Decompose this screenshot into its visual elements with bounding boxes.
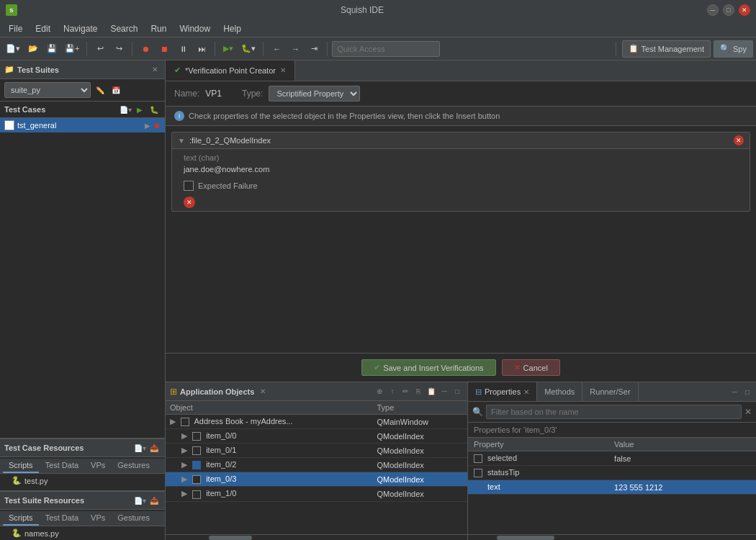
minimize-btn[interactable]: ─ xyxy=(707,4,719,16)
tab-testdata[interactable]: Test Data xyxy=(40,459,84,473)
tsr-tab-vps[interactable]: VPs xyxy=(85,511,111,526)
expand-icon[interactable]: ▶ xyxy=(170,417,176,426)
expand-icon[interactable]: ▶ xyxy=(181,489,187,498)
run-btn[interactable]: ▶▾ xyxy=(220,40,237,58)
vp-error-btn[interactable]: ✕ xyxy=(184,197,195,208)
app-obj-action3[interactable]: ✏ xyxy=(400,386,411,397)
menu-edit[interactable]: Edit xyxy=(30,22,56,35)
run-tc-btn[interactable]: ▶ xyxy=(133,103,146,116)
prop-tab-properties[interactable]: ⊟ Properties ✕ xyxy=(468,382,537,401)
prop-filter-clear[interactable]: ✕ xyxy=(744,407,752,417)
prop-maximize[interactable]: □ xyxy=(742,386,753,397)
stop-btn[interactable]: ⏹ xyxy=(156,40,173,58)
expected-failure-checkbox[interactable] xyxy=(184,181,194,191)
app-objects-table-area[interactable]: Object Type ▶ Address Book - myAddres. xyxy=(166,401,467,534)
test-mgmt-btn[interactable]: 📋 Test Management xyxy=(622,40,711,58)
pause-btn[interactable]: ⏸ xyxy=(174,40,192,58)
obj-checkbox[interactable] xyxy=(181,418,189,426)
suite-dropdown[interactable]: suite_py xyxy=(4,82,91,98)
save-all-btn[interactable]: 💾+ xyxy=(62,40,82,58)
app-obj-hscroll[interactable] xyxy=(166,534,467,540)
step-btn[interactable]: ⏭ xyxy=(193,40,210,58)
table-row[interactable]: ▶ item_0/1 QModelIndex xyxy=(166,444,467,458)
tsr-tab-gestures[interactable]: Gestures xyxy=(112,511,156,526)
prop-row-selected[interactable]: text 123 555 1212 xyxy=(468,480,756,495)
maximize-btn[interactable]: □ xyxy=(723,4,734,16)
prop-minimize[interactable]: ─ xyxy=(729,386,740,397)
prop-checkbox-blue[interactable] xyxy=(474,483,482,492)
close-btn[interactable]: ✕ xyxy=(739,4,750,16)
edit-suite-btn[interactable]: ✏️ xyxy=(94,84,107,96)
test-case-item[interactable]: tst_general ▶ ⏹ xyxy=(0,118,165,132)
tc-checkbox[interactable] xyxy=(4,120,14,130)
expand-icon[interactable]: ▶ xyxy=(181,474,187,483)
prop-checkbox[interactable] xyxy=(474,469,482,477)
redo-btn[interactable]: ↪ xyxy=(110,40,127,58)
nav-last-btn[interactable]: ⇥ xyxy=(305,40,323,58)
menu-run[interactable]: Run xyxy=(145,22,172,35)
add-tc-btn[interactable]: 📄▾ xyxy=(119,103,132,116)
record-btn[interactable]: ⏺ xyxy=(137,40,154,58)
app-obj-maximize[interactable]: □ xyxy=(451,386,463,397)
prop-tab-runner[interactable]: Runner/Ser xyxy=(582,382,638,401)
expand-icon[interactable]: ▶ xyxy=(181,446,187,454)
nav-fwd-btn[interactable]: → xyxy=(287,40,304,58)
tsr-tab-testdata[interactable]: Test Data xyxy=(40,511,84,526)
menu-help[interactable]: Help xyxy=(217,22,247,35)
obj-checkbox[interactable] xyxy=(192,490,201,499)
app-obj-action1[interactable]: ⊕ xyxy=(374,386,385,397)
undo-btn[interactable]: ↩ xyxy=(91,40,109,58)
quick-access-input[interactable] xyxy=(332,41,440,57)
vp-creator-tab[interactable]: ✔ *Verification Point Creator ✕ xyxy=(166,60,295,81)
prop-table-area[interactable]: Property Value selected xyxy=(468,438,756,534)
tab-scripts[interactable]: Scripts xyxy=(3,459,39,473)
table-row[interactable]: ▶ item_0/2 QModelIndex xyxy=(166,458,467,472)
file-test-py[interactable]: 🐍 test.py xyxy=(0,474,165,487)
menu-navigate[interactable]: Navigate xyxy=(58,22,103,35)
table-row[interactable]: ▶ item_0/0 QModelIndex xyxy=(166,429,467,444)
debug-tc-btn[interactable]: 🐛 xyxy=(148,103,161,116)
tsr-add-btn[interactable]: 📄▾ xyxy=(133,494,146,507)
prop-checkbox[interactable] xyxy=(474,454,482,463)
vp-item-header[interactable]: ▼ :file_0_2_QModelIndex ✕ xyxy=(172,132,750,149)
spy-btn[interactable]: 🔍 Spy xyxy=(714,40,753,58)
table-row-selected[interactable]: ▶ item_0/3 QModelIndex xyxy=(166,472,467,487)
obj-checkbox-blue[interactable] xyxy=(192,461,201,469)
tcr-add-btn[interactable]: 📄▾ xyxy=(133,441,146,454)
expand-icon[interactable]: ▶ xyxy=(181,431,187,440)
obj-checkbox[interactable] xyxy=(192,446,201,455)
table-row[interactable]: ▶ Address Book - myAddres... QMainWindow xyxy=(166,415,467,429)
prop-row[interactable]: selected false xyxy=(468,451,756,466)
menu-file[interactable]: File xyxy=(3,22,28,35)
open-btn[interactable]: 📂 xyxy=(24,40,42,58)
prop-hscroll[interactable] xyxy=(468,534,756,540)
prop-filter-input[interactable] xyxy=(486,405,742,419)
new-btn[interactable]: 📄▾ xyxy=(3,40,23,58)
new-suite-btn[interactable]: 📅 xyxy=(109,84,122,96)
app-obj-close-tab[interactable]: ✕ xyxy=(260,387,266,395)
tsr-import-btn[interactable]: 📥 xyxy=(148,494,161,507)
app-obj-minimize[interactable]: ─ xyxy=(438,386,450,397)
file-names-py[interactable]: 🐍 names.py xyxy=(0,526,165,540)
debug-btn[interactable]: 🐛▾ xyxy=(238,40,258,58)
vp-type-select[interactable]: Scriptified Property xyxy=(269,86,360,102)
tab-gestures[interactable]: Gestures xyxy=(112,459,156,473)
prop-tab-close[interactable]: ✕ xyxy=(523,388,529,396)
menu-window[interactable]: Window xyxy=(174,22,216,35)
app-obj-action5[interactable]: 📋 xyxy=(426,386,437,397)
prop-tab-methods[interactable]: Methods xyxy=(537,382,582,401)
save-btn[interactable]: 💾 xyxy=(43,40,60,58)
app-obj-action2[interactable]: ↑ xyxy=(387,386,398,397)
cancel-btn[interactable]: ✕ Cancel xyxy=(502,359,560,376)
nav-back-btn[interactable]: ← xyxy=(268,40,285,58)
ts-close-btn[interactable]: ✕ xyxy=(149,64,161,76)
tsr-tab-scripts[interactable]: Scripts xyxy=(3,511,39,526)
table-row[interactable]: ▶ item_1/0 QModelIndex xyxy=(166,487,467,501)
obj-checkbox[interactable] xyxy=(192,475,201,484)
remove-vp-btn[interactable]: ✕ xyxy=(734,135,744,145)
prop-row[interactable]: statusTip xyxy=(468,466,756,480)
obj-checkbox[interactable] xyxy=(192,432,201,441)
tab-vps[interactable]: VPs xyxy=(85,459,111,473)
save-verifications-btn[interactable]: ✔ Save and Insert Verifications xyxy=(361,359,495,376)
tcr-import-btn[interactable]: 📥 xyxy=(148,441,161,454)
